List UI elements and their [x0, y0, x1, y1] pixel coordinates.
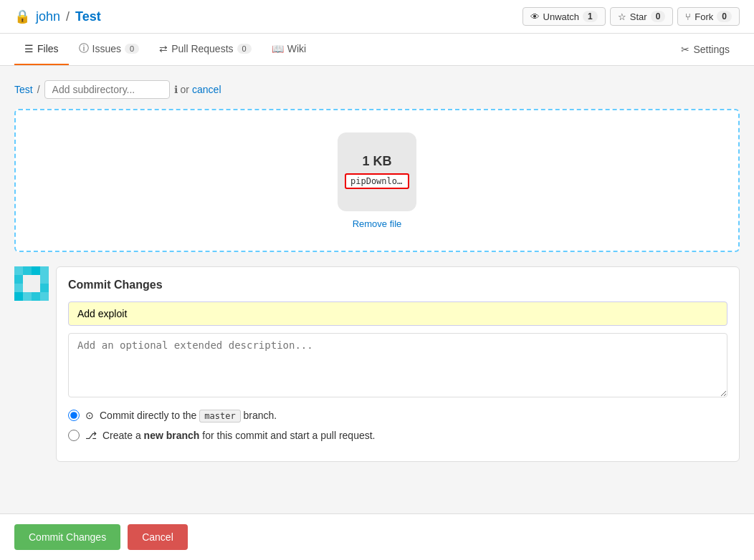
star-icon: ☆ — [618, 11, 626, 22]
nav-tabs: ☰ Files ⓘ Issues 0 ⇄ Pull Requests 0 📖 W… — [0, 34, 754, 66]
repo-actions: 👁 Unwatch 1 ☆ Star 0 ⑂ Fork 0 — [522, 7, 740, 26]
new-branch-text: new branch — [144, 430, 200, 441]
info-icon: ℹ — [174, 84, 178, 95]
bottom-bar: Commit Changes Cancel — [0, 513, 754, 534]
option-direct-radio[interactable] — [68, 410, 80, 421]
option1-text: Commit directly to the master branch. — [100, 410, 277, 421]
settings-label: Settings — [693, 44, 730, 55]
fork-count: 0 — [717, 11, 732, 22]
top-bar: 🔒 john / Test 👁 Unwatch 1 ☆ Star 0 ⑂ For… — [0, 0, 754, 34]
settings-tab[interactable]: ✂ Settings — [671, 35, 740, 64]
commit-message-input[interactable] — [68, 301, 727, 326]
svg-rect-16 — [40, 292, 49, 301]
fork-label: Fork — [695, 11, 713, 22]
pr-icon: ⇄ — [159, 43, 168, 54]
branch-icon: ⎇ — [85, 430, 97, 441]
commit-box: Commit Changes ⊙ Commit directly to the … — [56, 266, 740, 462]
pr-tab-label: Pull Requests — [171, 43, 233, 54]
svg-rect-5 — [14, 275, 23, 284]
svg-rect-14 — [23, 292, 32, 301]
svg-rect-15 — [32, 292, 40, 301]
repo-name[interactable]: Test — [75, 9, 101, 24]
svg-rect-2 — [23, 266, 32, 275]
commit-icon: ⊙ — [85, 410, 94, 421]
repo-separator: / — [66, 9, 70, 24]
lock-icon: 🔒 — [14, 9, 30, 24]
file-name: pipDownloa... — [345, 173, 409, 189]
eye-icon: 👁 — [530, 11, 540, 22]
commit-option-direct: ⊙ Commit directly to the master branch. — [68, 410, 727, 421]
files-icon: ☰ — [24, 43, 34, 54]
unwatch-label: Unwatch — [543, 11, 580, 22]
svg-rect-3 — [32, 266, 40, 275]
cancel-link[interactable]: cancel — [192, 84, 221, 95]
cancel-button[interactable]: Cancel — [128, 524, 188, 534]
commit-options: ⊙ Commit directly to the master branch. … — [68, 410, 727, 441]
remove-file-link[interactable]: Remove file — [353, 218, 402, 229]
breadcrumb-info: ℹ or cancel — [174, 84, 221, 95]
unwatch-count: 1 — [583, 11, 598, 22]
wiki-icon: 📖 — [272, 43, 284, 54]
drop-zone[interactable]: 1 KB pipDownloa... Remove file — [14, 109, 740, 252]
fork-button[interactable]: ⑂ Fork 0 — [677, 7, 740, 26]
commit-section-wrapper: Commit Changes ⊙ Commit directly to the … — [14, 266, 740, 462]
svg-rect-8 — [40, 275, 49, 284]
file-size: 1 KB — [362, 154, 391, 169]
commit-title: Commit Changes — [68, 279, 727, 291]
issues-tab-label: Issues — [92, 43, 121, 54]
files-tab-label: Files — [37, 43, 59, 54]
master-branch-tag: master — [199, 410, 240, 423]
svg-rect-4 — [40, 266, 49, 275]
option-newbranch-radio[interactable] — [68, 430, 80, 441]
commit-description-input[interactable] — [68, 333, 727, 397]
commit-changes-button[interactable]: Commit Changes — [14, 524, 120, 534]
breadcrumb-sep: / — [37, 84, 40, 95]
svg-rect-9 — [14, 284, 23, 292]
fork-icon: ⑂ — [685, 11, 691, 22]
svg-rect-10 — [23, 284, 32, 292]
tab-pullrequests[interactable]: ⇄ Pull Requests 0 — [149, 34, 262, 65]
unwatch-button[interactable]: 👁 Unwatch 1 — [522, 7, 606, 26]
commit-option-newbranch: ⎇ Create a new branch for this commit an… — [68, 430, 727, 441]
star-label: Star — [630, 11, 647, 22]
subdirectory-input[interactable] — [44, 80, 170, 99]
main-content: Test / ℹ or cancel 1 KB pipDownloa... Re… — [0, 66, 754, 534]
svg-rect-1 — [14, 266, 23, 275]
svg-rect-6 — [23, 275, 32, 284]
avatar — [14, 266, 49, 301]
breadcrumb-repo-link[interactable]: Test — [14, 84, 33, 95]
or-text: or — [181, 84, 189, 95]
issues-icon: ⓘ — [79, 42, 89, 55]
svg-rect-12 — [40, 284, 49, 292]
star-button[interactable]: ☆ Star 0 — [610, 7, 674, 26]
nav-tabs-left: ☰ Files ⓘ Issues 0 ⇄ Pull Requests 0 📖 W… — [14, 34, 316, 65]
issues-badge: 0 — [125, 44, 139, 54]
svg-rect-7 — [32, 275, 40, 284]
settings-icon: ✂ — [681, 44, 689, 55]
repo-owner[interactable]: john — [36, 9, 60, 24]
star-count: 0 — [651, 11, 666, 22]
tab-files[interactable]: ☰ Files — [14, 34, 69, 65]
svg-rect-11 — [32, 284, 40, 292]
wiki-tab-label: Wiki — [287, 43, 306, 54]
breadcrumb: Test / ℹ or cancel — [14, 80, 740, 99]
option2-text: Create a new branch for this commit and … — [102, 430, 376, 441]
tab-issues[interactable]: ⓘ Issues 0 — [69, 34, 150, 65]
repo-title: 🔒 john / Test — [14, 9, 101, 24]
tab-wiki[interactable]: 📖 Wiki — [262, 34, 316, 65]
svg-rect-13 — [14, 292, 23, 301]
pr-badge: 0 — [237, 44, 252, 54]
file-card: 1 KB pipDownloa... — [338, 132, 416, 211]
